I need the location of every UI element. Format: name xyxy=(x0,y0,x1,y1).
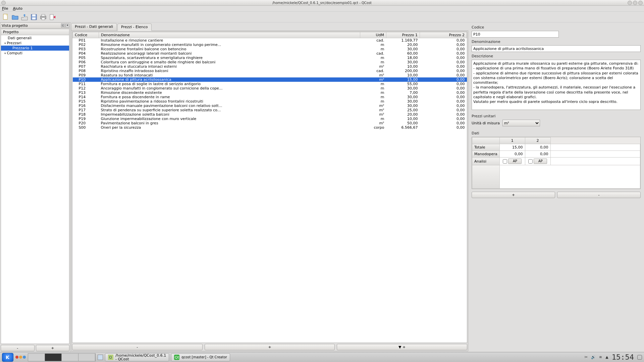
analisi-check-1[interactable] xyxy=(503,159,507,164)
analisi-ap-2[interactable]: AP xyxy=(534,159,547,164)
table-row[interactable]: P12Ancoraggio manufatti in conglomerato … xyxy=(73,86,467,90)
table-row[interactable]: P11Fornitura e posa di soglie in lastre … xyxy=(73,82,467,86)
table-row[interactable]: P01Installazione e rimozione cantierecad… xyxy=(73,38,467,43)
svg-rect-6 xyxy=(42,14,45,16)
tree-item-prezzari[interactable]: Prezzari xyxy=(1,41,69,46)
table-row[interactable]: P09Rasatura su fondi intonacatim²10,000,… xyxy=(73,73,467,77)
row-remove-button[interactable]: - xyxy=(72,344,203,350)
row-add-button[interactable]: + xyxy=(205,344,335,350)
dati-row-analisi: Analisi xyxy=(472,158,500,165)
new-file-icon[interactable] xyxy=(2,13,9,21)
window-menu-icon[interactable] xyxy=(1,1,6,5)
exit-icon[interactable] xyxy=(49,13,56,21)
analisi-check-2[interactable] xyxy=(528,159,533,164)
open-folder-icon[interactable] xyxy=(11,13,19,21)
dati-col-1: 1 xyxy=(499,137,525,144)
tree-item-dati[interactable]: Dati generali xyxy=(1,36,69,41)
maximize-button[interactable] xyxy=(633,1,637,5)
tree-item-computi[interactable]: Computi xyxy=(1,51,69,56)
label-descrizione: Descrizione xyxy=(472,54,641,58)
close-button[interactable] xyxy=(638,1,643,5)
table-row[interactable]: P04Realizzazione ancoraggi laterali mont… xyxy=(73,51,467,56)
dati-row-totale: Totale xyxy=(472,144,500,151)
menubar: File Aiuto xyxy=(0,6,644,12)
svg-rect-4 xyxy=(32,17,36,19)
table-row[interactable]: P20Pavimentazione balconi in gresm²50,00… xyxy=(73,121,467,125)
textarea-descrizione[interactable] xyxy=(472,60,641,110)
totale-1[interactable]: 15,00 xyxy=(499,144,525,151)
app-icon-qcost: Q xyxy=(108,355,113,360)
svg-rect-3 xyxy=(32,14,36,16)
input-denominazione[interactable] xyxy=(472,45,641,52)
input-codice[interactable] xyxy=(472,31,559,38)
desktop-pager[interactable] xyxy=(28,353,96,361)
svg-rect-8 xyxy=(50,14,53,20)
label-dati: Dati xyxy=(472,131,641,135)
clock[interactable]: 15:54 xyxy=(612,353,634,361)
print-icon[interactable] xyxy=(40,13,47,21)
col-codice[interactable]: Codice xyxy=(73,32,99,38)
tree-item-prezzario1[interactable]: Prezzario 1 xyxy=(1,46,69,51)
tree-header: Progetto xyxy=(1,29,69,35)
col-prezzo2[interactable]: Prezzo 2 xyxy=(420,32,467,38)
mano-1[interactable]: 0,00 xyxy=(499,151,525,158)
dock-title-label: Vista progetto xyxy=(2,23,28,28)
table-row[interactable]: P19Giunzione impermeabilizzazione con mu… xyxy=(73,117,467,121)
dati-add-button[interactable]: + xyxy=(472,192,555,198)
table-row[interactable]: P18Impermeabilizzazione soletta balconim… xyxy=(73,112,467,117)
table-row[interactable]: P03Ricostruzione frontalini balcone con … xyxy=(73,47,467,51)
price-table[interactable]: Codice Denominazione UdM Prezzo 1 Prezzo… xyxy=(72,32,467,343)
tree-remove-button[interactable]: - xyxy=(1,345,35,351)
tray-volume-icon[interactable]: 🔊 xyxy=(591,355,596,359)
tray-updates-icon[interactable]: ▲ xyxy=(605,355,608,359)
tray-network-icon[interactable]: ≋ xyxy=(599,355,602,359)
dock-float-icon[interactable]: ◱ xyxy=(61,23,65,27)
row-add-child-button[interactable]: ▼ + xyxy=(337,344,467,350)
table-row[interactable]: P14Fornitura e posa discendente in ramem… xyxy=(73,95,467,99)
show-desktop-icon[interactable] xyxy=(98,355,103,360)
dock-close-icon[interactable]: ✕ xyxy=(65,23,69,27)
table-row[interactable]: P13Rimozione discendente esistentem7,000… xyxy=(73,90,467,95)
tree-add-button[interactable]: + xyxy=(36,345,70,351)
table-row[interactable]: P07Raschiatura e stuccatura intonaci est… xyxy=(73,64,467,69)
mano-2[interactable]: 0,00 xyxy=(525,151,550,158)
svg-text:Q: Q xyxy=(109,355,112,360)
col-denom[interactable]: Denominazione xyxy=(99,32,360,38)
table-row[interactable]: P16Disfacimento manuale pavimentazione b… xyxy=(73,104,467,108)
table-row[interactable]: P15Ripristino pavimentazione a ridosso f… xyxy=(73,99,467,104)
activity-indicator[interactable] xyxy=(15,356,26,359)
task1-label2: - QCost xyxy=(115,357,129,361)
tab-elenco[interactable]: Prezzi - Elenco xyxy=(117,23,152,31)
totale-2[interactable]: 0,00 xyxy=(525,144,550,151)
project-dock: Vista progetto ◱ ✕ Progetto Dati general… xyxy=(0,22,70,352)
table-row[interactable]: P02Rimozione manufatti in conglomerato c… xyxy=(73,43,467,47)
menu-aiuto[interactable]: Aiuto xyxy=(13,6,22,11)
tray-notifications-icon[interactable] xyxy=(637,355,642,360)
toolbar xyxy=(0,12,644,22)
table-row[interactable]: P10Applicazione di pittura acrilsilossan… xyxy=(73,77,467,82)
task-entry-qcost[interactable]: Q /home/mickele/QCost_0.6.1- QCost xyxy=(105,353,169,361)
tray-clipboard-icon[interactable]: ✂ xyxy=(585,355,588,359)
minimize-button[interactable] xyxy=(628,1,632,5)
analisi-ap-1[interactable]: AP xyxy=(508,159,522,164)
dock-title: Vista progetto ◱ ✕ xyxy=(0,22,70,28)
table-row[interactable]: P08Ripristino rinzaffo intradosso balcon… xyxy=(73,69,467,73)
menu-file[interactable]: File xyxy=(2,6,8,11)
col-udm[interactable]: UdM xyxy=(360,32,386,38)
combo-udm[interactable]: m² xyxy=(502,120,540,126)
dati-table[interactable]: 12 Totale15,000,00 Manodopera0,000,00 An… xyxy=(472,137,641,189)
col-prezzo1[interactable]: Prezzo 1 xyxy=(386,32,420,38)
center-pane: Prezzi - Dati generali Prezzi - Elenco C… xyxy=(70,22,470,352)
tab-dati-generali[interactable]: Prezzi - Dati generali xyxy=(71,23,117,31)
table-row[interactable]: P06Coloritura con antiruggine e smalto d… xyxy=(73,60,467,64)
table-row[interactable]: S00Oneri per la sicurezzacorpo6.566,670,… xyxy=(73,125,467,130)
export-up-icon[interactable] xyxy=(21,13,28,21)
dati-row-manodopera: Manodopera xyxy=(472,151,500,158)
save-icon[interactable] xyxy=(30,13,38,21)
table-row[interactable]: P05Spazzolatura, scartavetratura e smeri… xyxy=(73,56,467,60)
table-row[interactable]: P17Strato di pendenza su superficie supe… xyxy=(73,108,467,112)
kde-menu-icon[interactable] xyxy=(2,353,13,362)
project-tree[interactable]: Progetto Dati generali Prezzari Prezzari… xyxy=(1,29,69,344)
dati-remove-button[interactable]: - xyxy=(557,192,641,198)
task-entry-qtcreator[interactable]: Qt qcost [master] - Qt Creator xyxy=(171,353,230,361)
